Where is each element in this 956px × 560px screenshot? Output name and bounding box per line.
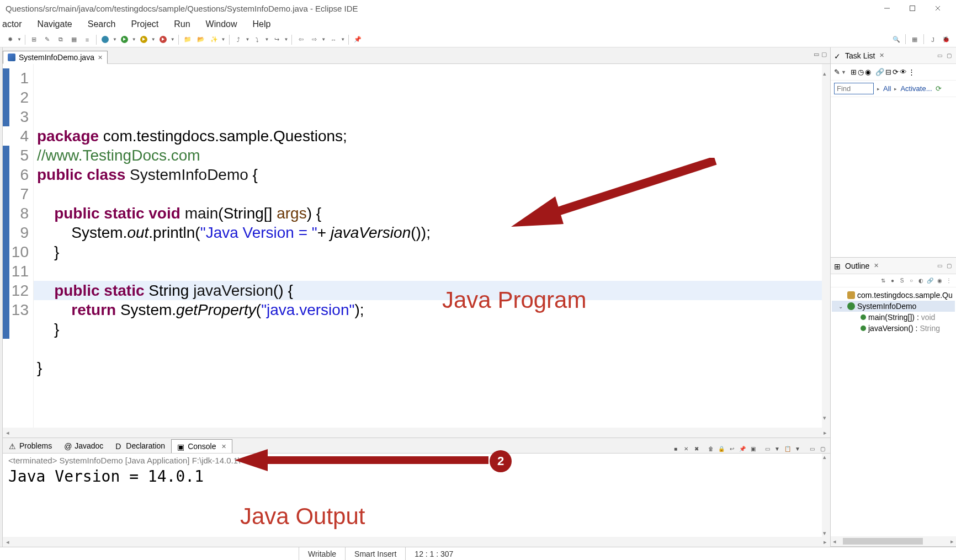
outline-item[interactable]: com.testingdocs.sample.Qu	[832, 290, 955, 301]
minimize-view-icon[interactable]: ▭	[936, 262, 943, 270]
outline-item[interactable]: ⌄ SystemInfoDemo	[832, 301, 955, 312]
console-display-icon[interactable]: ▭	[763, 444, 772, 453]
javadoc-icon: @	[64, 442, 72, 450]
menu-item[interactable]: Run	[172, 18, 192, 31]
menu-item[interactable]: Help	[251, 18, 273, 31]
close-panel-icon[interactable]: ✕	[879, 52, 884, 59]
tasklist-activate-link[interactable]: Activate...	[900, 84, 932, 93]
sync-icon[interactable]: ⟳	[893, 68, 899, 76]
code-editor[interactable]: 12345678910111213 package com.testingdoc…	[3, 64, 830, 428]
minimize-view-icon[interactable]: ▭	[814, 51, 819, 58]
close-tab-icon[interactable]: ✕	[221, 443, 226, 450]
editor-horizontal-scrollbar[interactable]: ◂▸	[3, 428, 830, 438]
refresh-icon[interactable]: ⟳	[936, 84, 942, 93]
console-wrap-icon[interactable]: ↩	[727, 444, 736, 453]
minimize-view-icon[interactable]: ▭	[808, 444, 816, 453]
outline-horizontal-scrollbar[interactable]: ◂▸	[831, 536, 956, 546]
outline-item[interactable]: javaVersion() : String	[832, 323, 955, 334]
caret-icon[interactable]: ⌄	[838, 303, 845, 310]
hide-nonpub-icon[interactable]: ○	[907, 277, 915, 285]
run-config-icon[interactable]	[158, 34, 169, 45]
wand-icon[interactable]: ✨	[209, 34, 220, 45]
last-icon[interactable]: ↔	[328, 34, 339, 45]
outline-item[interactable]: main(String[]) : void	[832, 312, 955, 323]
console-pin-icon[interactable]: 📌	[738, 444, 747, 453]
edit-icon[interactable]: ✎	[42, 34, 53, 45]
console-open-icon[interactable]: 📋	[783, 444, 792, 453]
run-icon[interactable]	[119, 34, 130, 45]
declaration-icon: D	[115, 442, 123, 450]
pin-icon[interactable]: 📌	[352, 34, 363, 45]
new-class-icon[interactable]: 📂	[195, 34, 206, 45]
open-icon[interactable]: ⊞	[29, 34, 40, 45]
maximize-view-icon[interactable]: ▢	[821, 51, 827, 58]
maximize-view-icon[interactable]: ▢	[945, 52, 953, 60]
console-terminate-icon[interactable]: ■	[671, 444, 680, 453]
menu-icon[interactable]: ⋮	[945, 277, 953, 285]
tab-declaration[interactable]: DDeclaration	[109, 439, 171, 453]
debug-icon[interactable]	[100, 34, 111, 45]
menu-item[interactable]: Search	[86, 18, 118, 31]
console-clear-icon[interactable]: 🗑	[707, 444, 715, 453]
console-horizontal-scrollbar[interactable]: ◂▸	[3, 537, 830, 547]
minimize-view-icon[interactable]: ▭	[936, 52, 943, 60]
outline-tree[interactable]: com.testingdocs.sample.Qu ⌄ SystemInfoDe…	[831, 287, 956, 536]
hide-icon[interactable]: 👁	[900, 68, 907, 76]
console-scroll-lock-icon[interactable]: 🔒	[717, 444, 726, 453]
step-icon[interactable]: ↪	[271, 34, 282, 45]
code-area[interactable]: package com.testingdocs.sample.Questions…	[34, 64, 830, 428]
sort-icon[interactable]: ⇅	[879, 277, 887, 285]
fwd-icon[interactable]: ⇨	[309, 34, 320, 45]
persp-debug-icon[interactable]: 🐞	[941, 34, 952, 45]
menu-item[interactable]: Project	[129, 18, 161, 31]
focus-icon[interactable]: ◉	[936, 277, 943, 285]
menu-item[interactable]: Navigate	[35, 18, 75, 31]
console-show-icon[interactable]: ▣	[748, 444, 757, 453]
maximize-button[interactable]	[900, 0, 925, 17]
tab-problems[interactable]: ⚠Problems	[3, 439, 58, 453]
up-icon[interactable]: ⤴	[233, 34, 244, 45]
link-icon[interactable]: 🔗	[875, 68, 884, 76]
coverage-icon[interactable]	[139, 34, 150, 45]
back-icon[interactable]: ⇦	[295, 34, 306, 45]
down-icon[interactable]: ⤵	[252, 34, 263, 45]
copy-icon[interactable]: ⧉	[55, 34, 66, 45]
tab-console[interactable]: ▣Console✕	[171, 439, 232, 454]
editor-tab[interactable]: SystemInfoDemo.java ✕	[3, 51, 108, 64]
close-tab-icon[interactable]: ✕	[98, 54, 103, 61]
tasklist-body[interactable]	[831, 97, 956, 257]
link-icon[interactable]: 🔗	[926, 277, 934, 285]
new-pkg-icon[interactable]: 📁	[182, 34, 193, 45]
console-vertical-scrollbar[interactable]	[822, 454, 830, 537]
console-remove-icon[interactable]: ✕	[682, 444, 691, 453]
menu-item[interactable]: actor	[0, 18, 24, 31]
svg-line-4	[536, 161, 715, 218]
search-icon[interactable]: 🔍	[891, 34, 902, 45]
hide-fields-icon[interactable]: ●	[889, 277, 896, 285]
close-button[interactable]	[925, 0, 950, 17]
list-icon[interactable]: ≡	[82, 34, 93, 45]
persp-java-icon[interactable]: J	[927, 34, 938, 45]
new-icon[interactable]: ✸	[4, 34, 15, 45]
persp-open-icon[interactable]: ▦	[909, 34, 920, 45]
minimize-button[interactable]	[874, 0, 900, 17]
schedule-icon[interactable]: ◷	[858, 68, 864, 76]
collapse-icon[interactable]: ⊟	[885, 68, 891, 76]
outline-label: main(String[]) : void	[868, 313, 935, 322]
paste-icon[interactable]: ▦	[68, 34, 79, 45]
hide-local-icon[interactable]: ◐	[917, 277, 925, 285]
problems-icon: ⚠	[9, 442, 17, 450]
hide-static-icon[interactable]: S	[898, 277, 906, 285]
close-panel-icon[interactable]: ✕	[874, 262, 879, 269]
focus-icon[interactable]: ◉	[865, 68, 871, 76]
new-task-icon[interactable]: ✎	[834, 68, 840, 76]
maximize-view-icon[interactable]: ▢	[945, 262, 953, 270]
categorize-icon[interactable]: ⊞	[851, 68, 857, 76]
tab-javadoc[interactable]: @Javadoc	[58, 439, 109, 453]
maximize-view-icon[interactable]: ▢	[818, 444, 827, 453]
menu-item[interactable]: Window	[204, 18, 240, 31]
console-removeall-icon[interactable]: ✖	[692, 444, 701, 453]
tasklist-all-link[interactable]: All	[883, 84, 891, 93]
tasklist-find-input[interactable]	[834, 83, 874, 94]
menu-icon[interactable]: ⋮	[908, 68, 915, 76]
